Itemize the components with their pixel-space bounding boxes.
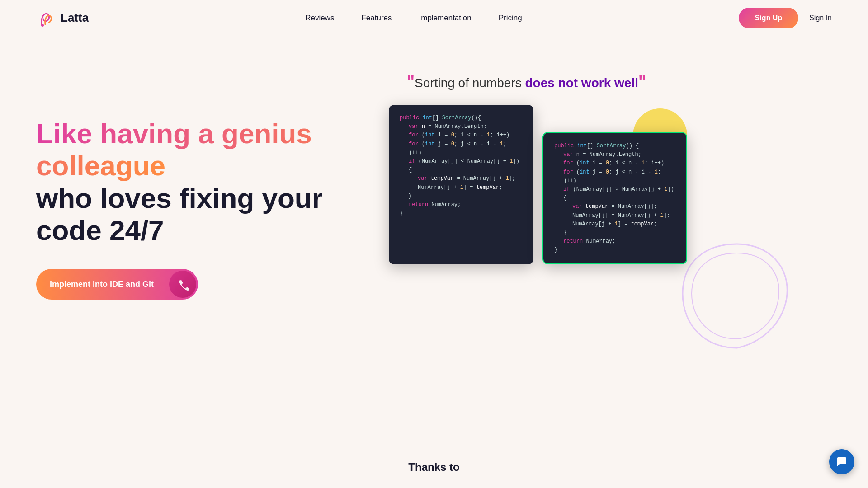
code-line: var n = NumArray.Length; [554, 150, 675, 159]
header: Latta Reviews Features Implementation Pr… [0, 0, 868, 36]
logo-text: Latta [61, 11, 89, 25]
code-line: for (int j = 0; j < n - i - 1; j++) [400, 140, 523, 157]
code-line: return NumArray; [400, 201, 523, 209]
logo[interactable]: Latta [36, 8, 89, 28]
implement-button-label: Implement Into IDE and Git [36, 272, 167, 297]
code-line: } [400, 192, 523, 201]
nav-features[interactable]: Features [361, 14, 392, 23]
hero-left: Like having a genius colleague who loves… [36, 63, 353, 300]
hero-section: Like having a genius colleague who loves… [0, 36, 868, 443]
hero-title-gradient: Like having a genius colleague [36, 118, 312, 181]
quote-open: " [407, 72, 415, 91]
hero-title-dark: who loves fixing yourcode 24/7 [36, 183, 323, 246]
code-blocks-area: public int[] SortArray(){ var n = NumArr… [389, 105, 832, 264]
code-line: for (int i = 0; i < n - 1; i++) [400, 131, 523, 140]
nav-pricing[interactable]: Pricing [499, 14, 522, 23]
chat-widget[interactable] [829, 449, 854, 474]
code-line: var n = NumArray.Length; [400, 122, 523, 131]
quote-text: "Sorting of numbers does not work well" [407, 72, 832, 91]
code-line: if (NumArray[j] < NumArray[j + 1]) { [400, 157, 523, 174]
code-line: NumArray[j + 1] = tempVar; [554, 220, 675, 229]
logo-icon [36, 8, 56, 28]
signup-button[interactable]: Sign Up [739, 8, 798, 28]
code-line: } [554, 229, 675, 237]
code-block-1: public int[] SortArray(){ var n = NumArr… [389, 105, 533, 264]
code-line: } [554, 246, 675, 254]
hero-title: Like having a genius colleague who loves… [36, 117, 353, 246]
code-line: for (int i = 0; i < n - 1; i++) [554, 159, 675, 168]
phone-icon [176, 278, 189, 291]
svg-point-0 [41, 24, 44, 27]
code-line: public int[] SortArray() { [554, 142, 675, 150]
implement-icon [169, 271, 196, 298]
code-line: var tempVar = NumArray[j]; [554, 202, 675, 211]
thanks-title: Thanks to [36, 461, 832, 474]
code-line: NumArray[j] = NumArray[j + 1]; [554, 211, 675, 220]
hero-right: "Sorting of numbers does not work well" … [353, 63, 832, 264]
code-line: var tempVar = NumArray[j + 1]; [400, 174, 523, 183]
code-block-2: public int[] SortArray() { var n = NumAr… [542, 132, 687, 264]
code-blocks-row: public int[] SortArray(){ var n = NumArr… [389, 105, 832, 264]
chat-icon [835, 455, 848, 468]
header-actions: Sign Up Sign In [739, 8, 832, 28]
main-nav: Reviews Features Implementation Pricing [305, 14, 522, 23]
code-line: for (int j = 0; j < n - i - 1; j++) [554, 168, 675, 185]
code-line: } [400, 209, 523, 218]
code-line: NumArray[j + 1] = tempVar; [400, 183, 523, 192]
implement-button[interactable]: Implement Into IDE and Git [36, 269, 198, 300]
signin-button[interactable]: Sign In [809, 14, 832, 22]
quote-content: Sorting of numbers does not work well [415, 76, 638, 90]
code-line: return NumArray; [554, 237, 675, 246]
code-line: public int[] SortArray(){ [400, 114, 523, 122]
nav-reviews[interactable]: Reviews [305, 14, 334, 23]
quote-emphasis: does not work well [525, 76, 638, 90]
thanks-section: Thanks to [0, 443, 868, 483]
quote-close: " [638, 72, 646, 91]
nav-implementation[interactable]: Implementation [419, 14, 472, 23]
code-line: if (NumArray[j] > NumArray[j + 1]) { [554, 185, 675, 202]
